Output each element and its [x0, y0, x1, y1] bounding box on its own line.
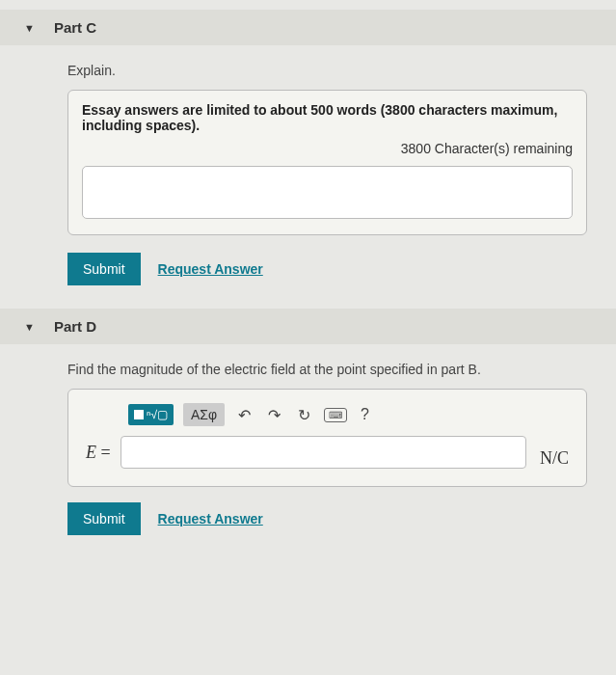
variable-label: E = [86, 443, 111, 463]
greek-tool[interactable]: ΑΣφ [183, 403, 225, 426]
chevron-down-icon: ▼ [24, 321, 35, 333]
submit-button[interactable]: Submit [67, 502, 141, 535]
equation-toolbar: ⁿ√▢ ΑΣφ ↶ ↷ ↻ ⌨ ? [128, 403, 526, 426]
part-d-actions: Submit Request Answer [67, 502, 587, 535]
square-icon [134, 410, 144, 419]
essay-limit-text: Essay answers are limited to about 500 w… [82, 102, 573, 133]
redo-icon[interactable]: ↷ [264, 404, 284, 426]
essay-input[interactable] [82, 166, 573, 219]
keyboard-icon[interactable]: ⌨ [324, 408, 347, 422]
undo-icon[interactable]: ↶ [234, 404, 254, 426]
help-icon[interactable]: ? [357, 404, 373, 425]
part-c-actions: Submit Request Answer [67, 253, 587, 285]
chevron-down-icon: ▼ [24, 22, 35, 34]
part-c-header[interactable]: ▼ Part C [0, 10, 616, 45]
submit-button[interactable]: Submit [67, 253, 141, 285]
answer-input-row: E = [86, 436, 526, 469]
part-d-body: Find the magnitude of the electric field… [24, 362, 587, 535]
part-c-prompt: Explain. [67, 63, 587, 78]
unit-label: N/C [540, 448, 569, 469]
char-remaining: 3800 Character(s) remaining [82, 141, 573, 156]
answer-container: ⁿ√▢ ΑΣφ ↶ ↷ ↻ ⌨ ? E = N/C [67, 389, 587, 487]
part-c-title: Part C [54, 19, 96, 36]
answer-main: ⁿ√▢ ΑΣφ ↶ ↷ ↻ ⌨ ? E = [86, 403, 526, 469]
answer-input[interactable] [121, 436, 526, 469]
part-d-title: Part D [54, 318, 96, 335]
root-icon: ⁿ√▢ [147, 408, 168, 421]
part-c-body: Explain. Essay answers are limited to ab… [24, 63, 587, 285]
part-d-prompt: Find the magnitude of the electric field… [67, 362, 587, 377]
reset-icon[interactable]: ↻ [294, 404, 314, 426]
request-answer-link[interactable]: Request Answer [158, 511, 263, 526]
essay-container: Essay answers are limited to about 500 w… [67, 90, 587, 235]
part-d-header[interactable]: ▼ Part D [0, 309, 616, 344]
format-tool[interactable]: ⁿ√▢ [128, 404, 174, 425]
request-answer-link[interactable]: Request Answer [158, 261, 263, 277]
